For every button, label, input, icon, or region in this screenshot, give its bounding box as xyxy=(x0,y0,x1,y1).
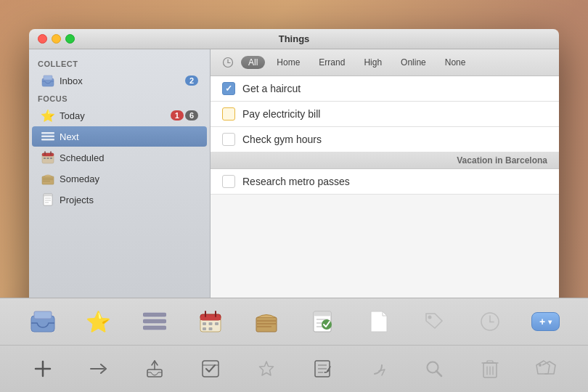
toolbar-move[interactable] xyxy=(81,351,116,386)
svg-rect-3 xyxy=(41,136,54,138)
group-header-barcelona: Vacation in Barcelona xyxy=(211,152,559,169)
main-content: COLLECT Inbox 2 FOCUS ⭐ xyxy=(29,49,559,334)
svg-rect-10 xyxy=(47,158,49,159)
task-item-1[interactable]: Get a haircut xyxy=(211,76,559,102)
task-list: Get a haircut Pay electricity bill Check… xyxy=(211,76,559,334)
filter-high[interactable]: High xyxy=(356,56,389,69)
app-window: Things COLLECT Inbox 2 FOCUS xyxy=(29,29,559,334)
window-controls xyxy=(38,34,75,44)
close-button[interactable] xyxy=(38,34,47,44)
toolbar-someday[interactable] xyxy=(249,304,284,339)
sidebar-item-projects[interactable]: Projects xyxy=(32,189,207,210)
toolbar-tags-action[interactable] xyxy=(528,351,563,386)
toolbar-inbox[interactable] xyxy=(25,304,60,339)
toolbar-trash[interactable] xyxy=(473,351,507,386)
filter-all[interactable]: All xyxy=(241,56,265,69)
toolbar-projects[interactable] xyxy=(305,304,340,339)
toolbar-file[interactable] xyxy=(361,304,396,339)
next-label: Next xyxy=(60,131,198,142)
sidebar-item-scheduled[interactable]: Scheduled xyxy=(32,147,207,168)
svg-rect-1 xyxy=(44,75,52,80)
svg-rect-14 xyxy=(43,179,53,180)
someday-label: Someday xyxy=(60,173,198,184)
svg-rect-36 xyxy=(215,322,219,325)
focus-section-header: FOCUS xyxy=(29,91,210,105)
task-checkbox-2[interactable] xyxy=(222,107,235,121)
toolbar-log[interactable] xyxy=(305,351,340,386)
task-text-4: Research metro passes xyxy=(242,176,350,187)
sidebar-item-today[interactable]: ⭐ Today 1 6 xyxy=(32,105,207,126)
toolbar-row2 xyxy=(0,346,588,392)
svg-rect-2 xyxy=(41,132,54,134)
toolbar-star-action[interactable] xyxy=(249,351,284,386)
svg-rect-4 xyxy=(41,139,54,141)
filter-none[interactable]: None xyxy=(438,56,473,69)
scheduled-label: Scheduled xyxy=(60,152,198,163)
minimize-button[interactable] xyxy=(52,34,61,44)
task-checkbox-1[interactable] xyxy=(222,82,235,95)
bottom-toolbar: ⭐ xyxy=(0,298,588,392)
group-header-label: Vacation in Barcelona xyxy=(457,155,547,166)
toolbar-tag[interactable] xyxy=(417,304,452,339)
task-text-2: Pay electricity bill xyxy=(242,108,320,120)
inbox-badge: 2 xyxy=(185,75,198,86)
title-bar: Things xyxy=(29,29,559,49)
svg-rect-34 xyxy=(203,322,206,325)
svg-rect-28 xyxy=(143,326,166,330)
svg-rect-31 xyxy=(200,317,221,320)
svg-rect-15 xyxy=(43,181,50,181)
svg-rect-59 xyxy=(203,361,219,377)
task-item-2[interactable]: Pay electricity bill xyxy=(211,102,559,127)
toolbar-new-task[interactable] xyxy=(25,351,60,386)
svg-rect-12 xyxy=(42,176,54,184)
toolbar-scheduled[interactable] xyxy=(193,304,228,339)
projects-icon xyxy=(41,192,55,207)
svg-rect-41 xyxy=(257,323,276,324)
svg-rect-37 xyxy=(203,327,206,330)
today-badge-red: 1 xyxy=(171,110,184,121)
maximize-button[interactable] xyxy=(65,34,75,44)
sidebar-item-next[interactable]: Next xyxy=(32,126,207,147)
toolbar-row1: ⭐ xyxy=(0,298,588,346)
next-icon xyxy=(41,129,55,144)
task-item-4[interactable]: Research metro passes xyxy=(211,169,559,195)
svg-rect-69 xyxy=(487,361,493,363)
collect-section-header: COLLECT xyxy=(29,57,210,70)
toolbar-complete[interactable] xyxy=(193,351,228,386)
projects-label: Projects xyxy=(60,195,198,205)
filter-errand[interactable]: Errand xyxy=(311,56,352,69)
sidebar: COLLECT Inbox 2 FOCUS ⭐ xyxy=(29,49,211,334)
svg-rect-25 xyxy=(34,311,52,319)
window-title: Things xyxy=(279,33,310,44)
sidebar-item-inbox[interactable]: Inbox 2 xyxy=(32,70,207,91)
svg-point-73 xyxy=(539,364,542,367)
filter-home[interactable]: Home xyxy=(269,56,307,69)
task-item-3[interactable]: Check gym hours xyxy=(211,127,559,152)
svg-rect-42 xyxy=(257,326,271,327)
svg-rect-13 xyxy=(43,178,53,179)
today-icon: ⭐ xyxy=(41,108,55,123)
toolbar-today[interactable]: ⭐ xyxy=(81,304,116,339)
svg-rect-26 xyxy=(143,313,166,317)
toolbar-search[interactable] xyxy=(417,351,452,386)
right-panel: All Home Errand High Online None Get a h… xyxy=(211,49,559,334)
filter-online[interactable]: Online xyxy=(393,56,433,69)
toolbar-history[interactable] xyxy=(473,304,507,339)
svg-line-66 xyxy=(436,371,441,376)
toolbar-add-new[interactable]: +▾ xyxy=(528,304,563,339)
toolbar-collect-action[interactable] xyxy=(137,351,172,386)
svg-rect-40 xyxy=(257,320,276,322)
sidebar-item-someday[interactable]: Someday xyxy=(32,168,207,189)
svg-rect-9 xyxy=(44,158,46,159)
today-badge-dark: 6 xyxy=(185,110,198,121)
toolbar-share[interactable] xyxy=(361,351,396,386)
history-button[interactable] xyxy=(219,54,237,71)
inbox-icon xyxy=(41,73,55,88)
svg-rect-6 xyxy=(42,153,54,156)
task-checkbox-3[interactable] xyxy=(222,133,235,146)
task-checkbox-4[interactable] xyxy=(222,175,235,188)
toolbar-next[interactable] xyxy=(137,304,172,339)
svg-rect-35 xyxy=(208,322,212,325)
inbox-label: Inbox xyxy=(60,75,185,86)
today-label: Today xyxy=(60,110,171,121)
